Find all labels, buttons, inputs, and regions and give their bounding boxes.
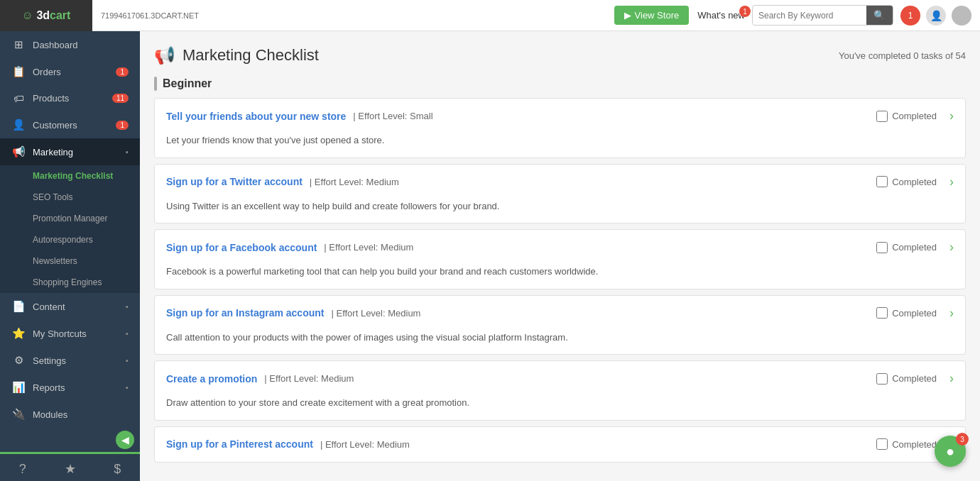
sidebar-item-autoresponders[interactable]: Autoresponders: [0, 229, 140, 250]
promotion-manager-label: Promotion Manager: [33, 214, 107, 223]
notification-icon[interactable]: 1: [900, 6, 920, 26]
checklist-item-title[interactable]: Sign up for a Facebook account: [166, 242, 317, 253]
content-icon: 📄: [11, 300, 26, 313]
user-icon[interactable]: 👤: [926, 6, 946, 26]
sidebar-collapse-button[interactable]: ◀: [116, 431, 134, 449]
logo: ☺ 3dcart: [0, 0, 92, 31]
completed-area: Completed: [876, 111, 937, 122]
completed-checkbox[interactable]: [876, 176, 888, 187]
chevron-right-icon[interactable]: ›: [949, 371, 954, 386]
sidebar-item-orders[interactable]: 📋 Orders 1: [0, 58, 140, 85]
sidebar-item-newsletters[interactable]: Newsletters: [0, 250, 140, 272]
completed-checkbox[interactable]: [876, 307, 888, 319]
modules-icon: 🔌: [11, 408, 26, 421]
checklist-item: Sign up for a Twitter account | Effort L…: [154, 164, 966, 224]
effort-level: | Effort Level: Medium: [320, 439, 410, 450]
marketing-submenu: Marketing Checklist SEO Tools Promotion …: [0, 165, 140, 293]
page-header: 📢 Marketing Checklist You've completed 0…: [154, 45, 966, 65]
chevron-right-icon[interactable]: ›: [949, 240, 954, 255]
whats-new-label: What's new: [697, 10, 745, 21]
page-title-text: Marketing Checklist: [183, 46, 319, 65]
reports-expand-icon: ▪: [126, 383, 129, 392]
checklist-item-title[interactable]: Create a promotion: [166, 373, 257, 385]
sidebar-item-marketing-checklist[interactable]: Marketing Checklist: [0, 165, 140, 187]
section-title: Beginner: [163, 77, 212, 90]
customers-badge: 1: [116, 121, 129, 130]
completed-checkbox[interactable]: [876, 438, 888, 450]
checklist-item-title[interactable]: Sign up for a Twitter account: [166, 176, 303, 187]
reports-icon: 📊: [11, 381, 26, 394]
sidebar-item-label: Settings: [33, 355, 119, 366]
checklist-item-header[interactable]: Tell your friends about your new store |…: [155, 99, 965, 133]
completed-checkbox[interactable]: [876, 111, 888, 122]
chevron-right-icon[interactable]: ›: [949, 109, 954, 123]
checklist-item-description: Facebook is a powerful marketing tool th…: [155, 265, 965, 289]
avatar[interactable]: [952, 6, 971, 26]
sidebar-item-promotion-manager[interactable]: Promotion Manager: [0, 208, 140, 229]
view-store-label: View Store: [635, 10, 680, 21]
sidebar-item-settings[interactable]: ⚙ Settings ▪: [0, 347, 140, 374]
settings-expand-icon: ▪: [126, 356, 129, 365]
topbar-icons: 1 👤: [900, 6, 971, 26]
sidebar-item-content[interactable]: 📄 Content ▪: [0, 293, 140, 320]
completed-label: Completed: [892, 242, 937, 253]
view-store-button[interactable]: ▶ View Store: [614, 6, 690, 25]
billing-icon[interactable]: $: [114, 462, 121, 477]
chevron-right-icon[interactable]: ›: [949, 306, 954, 321]
floating-chat-button[interactable]: ● 3: [935, 436, 966, 467]
sidebar-item-label: Dashboard: [33, 40, 129, 50]
sidebar-item-shopping-engines[interactable]: Shopping Engines: [0, 272, 140, 293]
sidebar-item-products[interactable]: 🏷 Products 11: [0, 85, 140, 111]
page-title: 📢 Marketing Checklist: [154, 45, 319, 65]
sidebar-item-dashboard[interactable]: ⊞ Dashboard: [0, 31, 140, 58]
marketing-expand-icon: ▪: [126, 148, 129, 156]
megaphone-icon: 📢: [154, 45, 175, 65]
completed-checkbox[interactable]: [876, 373, 888, 385]
checklist-item-header[interactable]: Sign up for an Instagram account | Effor…: [155, 296, 965, 331]
completed-area: Completed: [876, 438, 937, 450]
favorites-icon[interactable]: ★: [65, 461, 76, 477]
completed-area: Completed: [876, 176, 937, 187]
chevron-right-icon[interactable]: ›: [949, 175, 954, 189]
section-bar-icon: [154, 77, 157, 91]
checklist-item-header[interactable]: Create a promotion | Effort Level: Mediu…: [155, 361, 965, 396]
checklist-item-header[interactable]: Sign up for a Pinterest account | Effort…: [155, 427, 965, 462]
checklist-item-header[interactable]: Sign up for a Twitter account | Effort L…: [155, 165, 965, 199]
domain-label: 71994617061.3DCART.NET: [101, 11, 606, 20]
sidebar-item-marketing[interactable]: 📢 Marketing ▪: [0, 138, 140, 165]
completed-area: Completed: [876, 307, 937, 319]
checklist-item: Sign up for a Facebook account | Effort …: [154, 229, 966, 289]
topbar: ☺ 3dcart 71994617061.3DCART.NET ▶ View S…: [0, 0, 980, 31]
sidebar-item-shortcuts[interactable]: ⭐ My Shortcuts ▪: [0, 320, 140, 347]
help-icon[interactable]: ?: [19, 462, 26, 477]
effort-level: | Effort Level: Medium: [264, 373, 354, 384]
checklist-item-title[interactable]: Tell your friends about your new store: [166, 111, 346, 122]
topbar-right: What's new 1 🔍 1 👤: [697, 5, 971, 26]
sidebar-item-customers[interactable]: 👤 Customers 1: [0, 111, 140, 138]
search-input[interactable]: [753, 7, 866, 24]
section-header: Beginner: [154, 77, 966, 91]
whats-new[interactable]: What's new 1: [697, 10, 745, 21]
completed-label: Completed: [892, 111, 937, 121]
checklist-item-title[interactable]: Sign up for an Instagram account: [166, 307, 324, 319]
search-button[interactable]: 🔍: [866, 6, 893, 25]
completed-label: Completed: [892, 308, 937, 319]
products-icon: 🏷: [11, 92, 26, 104]
checklist-item-header[interactable]: Sign up for a Facebook account | Effort …: [155, 230, 965, 265]
orders-icon: 📋: [11, 65, 26, 78]
sidebar-item-seo-tools[interactable]: SEO Tools: [0, 187, 140, 208]
marketing-icon: 📢: [11, 145, 26, 158]
completed-area: Completed: [876, 242, 937, 253]
completed-checkbox[interactable]: [876, 242, 888, 253]
logo-text: 3d: [36, 9, 50, 22]
shopping-engines-label: Shopping Engines: [33, 277, 102, 287]
checklist-item: Create a promotion | Effort Level: Mediu…: [154, 360, 966, 421]
logo-icon: ☺: [22, 9, 33, 22]
sidebar-item-reports[interactable]: 📊 Reports ▪: [0, 374, 140, 401]
sidebar-item-label: Orders: [33, 67, 109, 77]
effort-level: | Effort Level: Medium: [331, 308, 420, 319]
sidebar-item-modules[interactable]: 🔌 Modules: [0, 401, 140, 428]
checklist-item-title[interactable]: Sign up for a Pinterest account: [166, 438, 313, 450]
search-box: 🔍: [752, 5, 893, 26]
chat-icon: ●: [946, 443, 954, 460]
